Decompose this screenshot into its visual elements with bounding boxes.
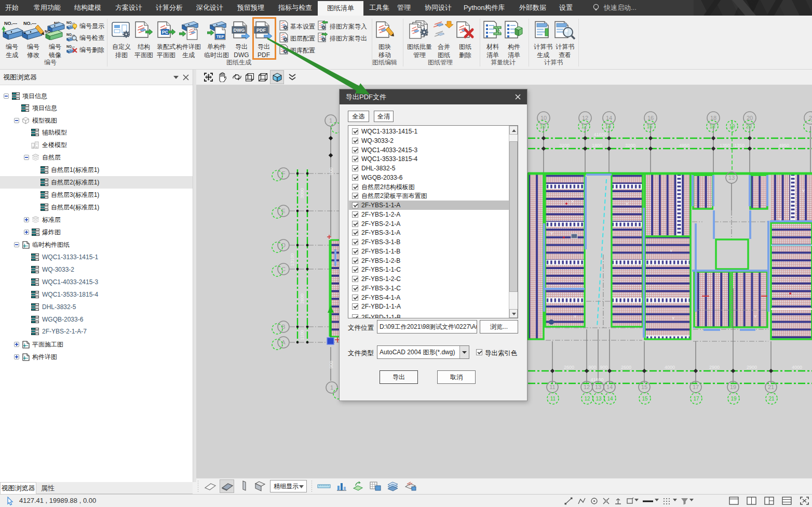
svg-text:15: 15	[641, 384, 647, 390]
svg-text:2600: 2600	[300, 293, 305, 304]
svg-text:19: 19	[729, 124, 735, 129]
svg-text:DWG: DWG	[234, 28, 245, 33]
svg-text:20: 20	[746, 124, 752, 129]
svg-text:Y: Y	[779, 217, 782, 222]
svg-text:4950: 4950	[679, 143, 689, 148]
svg-text:Y: Y	[754, 314, 757, 319]
svg-text:16: 16	[646, 124, 653, 129]
svg-text:12: 12	[584, 384, 590, 390]
svg-text:20: 20	[747, 115, 753, 121]
svg-text:NO.---: NO.---	[23, 21, 36, 26]
svg-text:14: 14	[607, 396, 613, 402]
svg-text:900: 900	[600, 365, 607, 370]
svg-text:16: 16	[647, 115, 654, 121]
svg-text:Y: Y	[670, 248, 673, 253]
svg-text:1100: 1100	[300, 330, 305, 340]
svg-text:2900: 2900	[709, 365, 720, 370]
svg-text:10: 10	[539, 124, 546, 129]
svg-text:Y: Y	[802, 189, 805, 193]
svg-text:21: 21	[768, 396, 775, 402]
svg-text:11: 11	[549, 384, 555, 390]
svg-text:2600: 2600	[621, 365, 631, 370]
svg-text:19: 19	[730, 384, 736, 390]
svg-text:1800: 1800	[592, 143, 602, 148]
svg-text:3200: 3200	[559, 143, 570, 148]
svg-text:18: 18	[710, 115, 716, 121]
svg-text:1: 1	[330, 384, 333, 391]
svg-text:1350: 1350	[720, 143, 730, 148]
svg-text:41600: 41600	[593, 132, 606, 137]
svg-text:13100: 13100	[290, 253, 295, 266]
svg-text:19: 19	[730, 396, 737, 402]
svg-text:2600: 2600	[564, 365, 574, 370]
svg-text:Y: Y	[571, 199, 574, 204]
svg-text:15: 15	[642, 396, 648, 402]
svg-text:4000: 4000	[665, 365, 675, 370]
svg-text:12: 12	[581, 124, 587, 129]
svg-text:13: 13	[728, 175, 735, 181]
svg-text:12: 12	[582, 115, 588, 121]
svg-text:900: 900	[588, 365, 596, 370]
svg-text:Y: Y	[672, 316, 675, 321]
svg-text:3000: 3000	[300, 188, 305, 198]
svg-text:17: 17	[693, 384, 699, 390]
svg-text:4000: 4000	[792, 365, 802, 370]
svg-text:900: 900	[329, 361, 334, 368]
svg-text:NO.---: NO.---	[4, 21, 17, 26]
svg-text:13: 13	[596, 396, 602, 402]
svg-text:TEP: TEP	[216, 34, 224, 39]
svg-text:17: 17	[693, 396, 699, 402]
svg-text:14: 14	[606, 115, 612, 121]
svg-text:12: 12	[584, 396, 590, 402]
svg-text:NO.--: NO.--	[66, 45, 75, 48]
svg-text:13: 13	[595, 384, 601, 390]
svg-text:1350: 1350	[734, 143, 745, 148]
svg-text:14: 14	[605, 124, 611, 129]
svg-text:10: 10	[540, 115, 547, 121]
svg-text:3200: 3200	[625, 143, 635, 148]
svg-text:21: 21	[768, 384, 774, 390]
svg-text:1: 1	[329, 117, 332, 124]
svg-text:PC: PC	[162, 30, 168, 35]
svg-text:14: 14	[606, 384, 613, 390]
svg-text:2: 2	[809, 115, 812, 121]
svg-text:4950: 4950	[779, 143, 789, 148]
svg-text:Y: Y	[626, 202, 629, 206]
svg-text:18: 18	[709, 124, 715, 129]
svg-text:NO.--: NO.--	[66, 21, 75, 24]
svg-text:2900: 2900	[747, 365, 757, 370]
svg-text:11: 11	[550, 396, 556, 402]
svg-text:Y: Y	[550, 231, 553, 236]
svg-text:900: 900	[329, 167, 334, 175]
svg-text:Y: Y	[574, 314, 577, 319]
